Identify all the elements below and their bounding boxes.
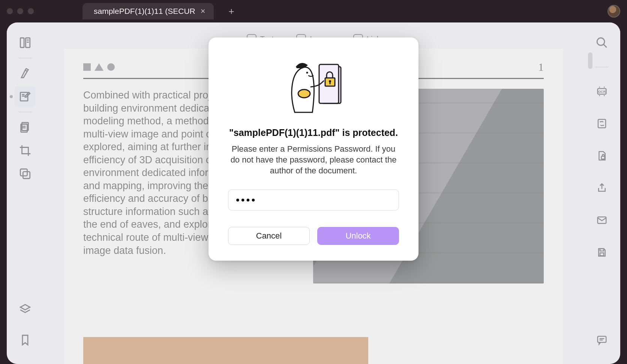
dialog-buttons: Cancel Unlock (228, 227, 399, 245)
document-tab[interactable]: samplePDF(1)(1)11 (SECUR × (82, 3, 214, 19)
dialog-message: Please enter a Permissions Password. If … (228, 143, 399, 176)
dialog-layer: "samplePDF(1)(1)11.pdf" is protected. Pl… (7, 22, 620, 364)
close-window-button[interactable] (7, 8, 13, 14)
dialog-title: "samplePDF(1)(1)11.pdf" is protected. (228, 127, 399, 138)
avatar[interactable] (608, 5, 620, 18)
minimize-window-button[interactable] (17, 8, 23, 14)
svg-rect-29 (330, 82, 331, 84)
cancel-button[interactable]: Cancel (228, 227, 310, 245)
dialog-illustration (228, 52, 399, 124)
app-window: OCR Text (7, 22, 620, 364)
titlebar: samplePDF(1)(1)11 (SECUR × + (0, 0, 627, 22)
zoom-window-button[interactable] (28, 8, 34, 14)
new-tab-button[interactable]: + (229, 6, 234, 17)
unlock-button[interactable]: Unlock (317, 227, 399, 245)
password-input[interactable] (228, 189, 399, 210)
close-tab-icon[interactable]: × (201, 7, 206, 15)
svg-point-31 (298, 90, 310, 98)
password-dialog: "samplePDF(1)(1)11.pdf" is protected. Pl… (208, 37, 418, 261)
svg-point-30 (306, 72, 308, 74)
lock-character-icon (274, 56, 353, 120)
tab-label: samplePDF(1)(1)11 (SECUR (94, 7, 195, 16)
window-controls (7, 8, 34, 14)
